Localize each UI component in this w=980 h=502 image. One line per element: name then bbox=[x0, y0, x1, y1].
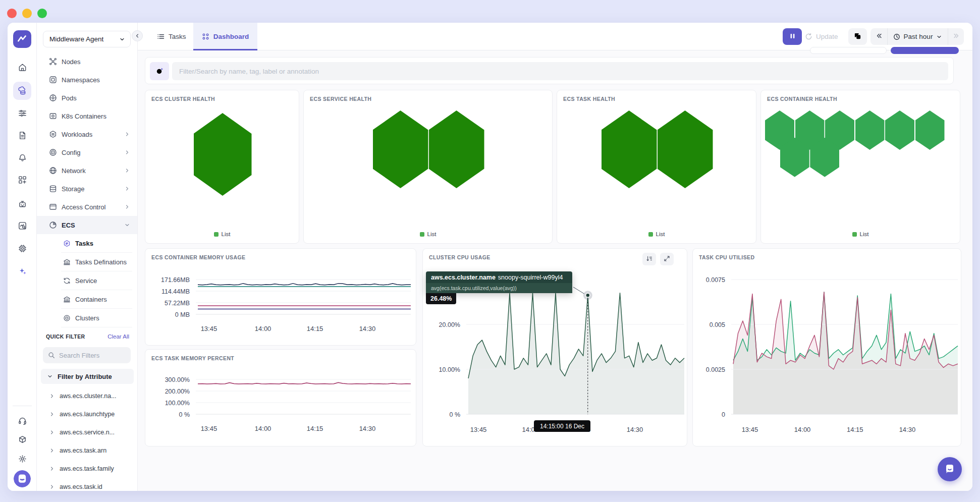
time-range-selector[interactable]: Past hour bbox=[888, 28, 948, 45]
copy-dashboard-button[interactable] bbox=[848, 28, 867, 45]
chart-search-icon[interactable] bbox=[13, 216, 31, 235]
chevron-right-icon bbox=[124, 168, 130, 174]
svg-text:0 MB: 0 MB bbox=[175, 311, 190, 318]
svg-text:13:45: 13:45 bbox=[742, 426, 758, 433]
legend-list[interactable]: List bbox=[304, 231, 552, 237]
legend-list[interactable]: List bbox=[761, 231, 960, 237]
minimize-button[interactable] bbox=[22, 9, 32, 18]
cloud-infra-icon[interactable] bbox=[13, 82, 31, 100]
filter-search-box[interactable] bbox=[43, 347, 131, 363]
sidebar-item-ecs[interactable]: ECS bbox=[37, 216, 137, 234]
zoom-button[interactable] bbox=[37, 9, 47, 18]
sidebar-item-clusters[interactable]: Clusters bbox=[37, 309, 137, 327]
sidebar-item-label: Tasks Definations bbox=[75, 258, 127, 266]
health-hexagon[interactable] bbox=[429, 110, 484, 188]
tooltip-key: aws.ecs.cluster.name bbox=[431, 274, 496, 281]
attribute-label: aws.ecs.task.family bbox=[60, 465, 114, 472]
grid-plus-icon[interactable] bbox=[13, 171, 31, 189]
workspace-selector[interactable]: Middleware Agent bbox=[43, 31, 131, 47]
health-hexagon[interactable] bbox=[885, 110, 914, 150]
svg-text:14:30: 14:30 bbox=[627, 426, 643, 433]
tab-tasks[interactable]: Tasks bbox=[149, 23, 194, 50]
attribute-item[interactable]: aws.ecs.task.family bbox=[37, 460, 137, 478]
filter-lines-icon[interactable] bbox=[13, 104, 31, 122]
package-icon[interactable] bbox=[13, 430, 31, 449]
sidebar-item-workloads[interactable]: Workloads bbox=[37, 125, 137, 143]
memory-usage-chart[interactable]: 171.66MB114.44MB57.22MB0 MB13:4514:0014:… bbox=[147, 264, 415, 342]
health-hexagon[interactable] bbox=[602, 110, 657, 188]
time-forward-button[interactable] bbox=[948, 28, 964, 45]
chevron-right-icon bbox=[49, 429, 55, 435]
svg-text:100.00%: 100.00% bbox=[165, 400, 190, 407]
document-icon[interactable] bbox=[13, 126, 31, 144]
svg-text:14:00: 14:00 bbox=[255, 425, 271, 432]
user-avatar[interactable] bbox=[14, 470, 31, 487]
attribute-item[interactable]: aws.ecs.launchtype bbox=[37, 405, 137, 423]
filter-search-input[interactable] bbox=[59, 352, 125, 359]
chevron-right-icon bbox=[49, 411, 55, 417]
update-button[interactable]: Update bbox=[805, 28, 838, 45]
sidebar-item-tasks[interactable]: Tasks bbox=[37, 234, 137, 253]
sidebar-item-label: K8s Containers bbox=[62, 113, 130, 120]
sidebar-item-tasks-definations[interactable]: Tasks Definations bbox=[37, 253, 137, 271]
sidebar-item-containers[interactable]: Containers bbox=[37, 290, 137, 309]
filter-by-attribute-toggle[interactable]: Filter by Attribute bbox=[41, 369, 134, 384]
sidebar-item-namespaces[interactable]: Namespaces bbox=[37, 71, 137, 89]
dashboard-filter-input[interactable] bbox=[179, 68, 941, 75]
time-back-button[interactable] bbox=[870, 28, 888, 45]
icon-rail bbox=[8, 23, 37, 491]
clear-all-link[interactable]: Clear All bbox=[107, 333, 129, 340]
home-icon[interactable] bbox=[13, 58, 31, 76]
ai-search-icon[interactable] bbox=[150, 62, 169, 80]
robot-icon[interactable] bbox=[13, 195, 31, 213]
legend-list[interactable]: List bbox=[145, 231, 299, 237]
task-cpu-chart[interactable]: 0.00750.0050.0025013:4514:0014:1514:30 bbox=[695, 255, 962, 442]
pause-refresh-button[interactable] bbox=[783, 28, 802, 45]
sidebar-item-storage[interactable]: Storage bbox=[37, 180, 137, 198]
gear-icon[interactable] bbox=[13, 450, 31, 468]
headset-icon[interactable] bbox=[13, 411, 31, 429]
sidebar-item-k8s-containers[interactable]: K8s Containers bbox=[37, 107, 137, 125]
attribute-item[interactable]: aws.ecs.cluster.na... bbox=[37, 387, 137, 405]
sidebar-item-service[interactable]: Service bbox=[37, 271, 137, 290]
attribute-item[interactable]: aws.ecs.task.id bbox=[37, 478, 137, 491]
legend-label: List bbox=[860, 231, 869, 237]
filter-input-wrap[interactable] bbox=[172, 62, 948, 80]
chat-support-button[interactable] bbox=[938, 457, 962, 481]
health-hexagon[interactable] bbox=[373, 110, 428, 188]
legend-list[interactable]: List bbox=[557, 231, 756, 237]
sparkle-icon[interactable] bbox=[13, 262, 31, 280]
attribute-list: aws.ecs.cluster.na...aws.ecs.launchtypea… bbox=[37, 387, 137, 491]
svg-text:0.005: 0.005 bbox=[710, 321, 725, 328]
sidebar-item-access-control[interactable]: Access Control bbox=[37, 198, 137, 216]
legend-swatch bbox=[648, 232, 653, 237]
tab-dashboard[interactable]: Dashboard bbox=[193, 23, 257, 50]
middleware-logo-icon[interactable] bbox=[13, 30, 31, 48]
attribute-item[interactable]: aws.ecs.task.arn bbox=[37, 441, 137, 460]
sidebar-item-nodes[interactable]: Nodes bbox=[37, 52, 137, 71]
health-hexagon[interactable] bbox=[855, 110, 885, 150]
svg-text:0.0075: 0.0075 bbox=[706, 276, 725, 284]
close-button[interactable] bbox=[7, 9, 17, 18]
svg-text:14:30: 14:30 bbox=[359, 325, 376, 332]
task-memory-percent-chart[interactable]: 300.00%200.00%100.00%0 %13:4514:0014:151… bbox=[147, 362, 415, 443]
bank-icon bbox=[63, 258, 71, 266]
health-hexagon[interactable] bbox=[194, 113, 252, 196]
sidebar-item-pods[interactable]: Pods bbox=[37, 89, 137, 107]
hexagon-grid bbox=[304, 90, 552, 243]
sidebar-nav: NodesNamespacesPodsK8s ContainersWorkloa… bbox=[37, 52, 137, 327]
bell-icon[interactable] bbox=[13, 148, 31, 166]
chart-card-ecs-container-memory-usage: ECS CONTAINER MEMORY USAGE 171.66MB114.4… bbox=[145, 248, 416, 346]
health-hexagon[interactable] bbox=[915, 110, 945, 150]
dashboard-grid-icon bbox=[202, 33, 209, 40]
attribute-item[interactable]: aws.ecs.service.n... bbox=[37, 423, 137, 441]
sidebar-item-network[interactable]: Network bbox=[37, 161, 137, 180]
sidebar-collapse-button[interactable] bbox=[132, 30, 143, 41]
chart-title: ECS TASK MEMORY PERCENT bbox=[151, 355, 234, 361]
sidebar-item-config[interactable]: Config bbox=[37, 143, 137, 161]
partial-scrolled-button[interactable] bbox=[891, 47, 959, 54]
health-hexagon[interactable] bbox=[658, 110, 713, 188]
storage-icon bbox=[49, 185, 57, 193]
chip-icon[interactable] bbox=[13, 239, 31, 257]
pods-icon bbox=[49, 94, 57, 102]
